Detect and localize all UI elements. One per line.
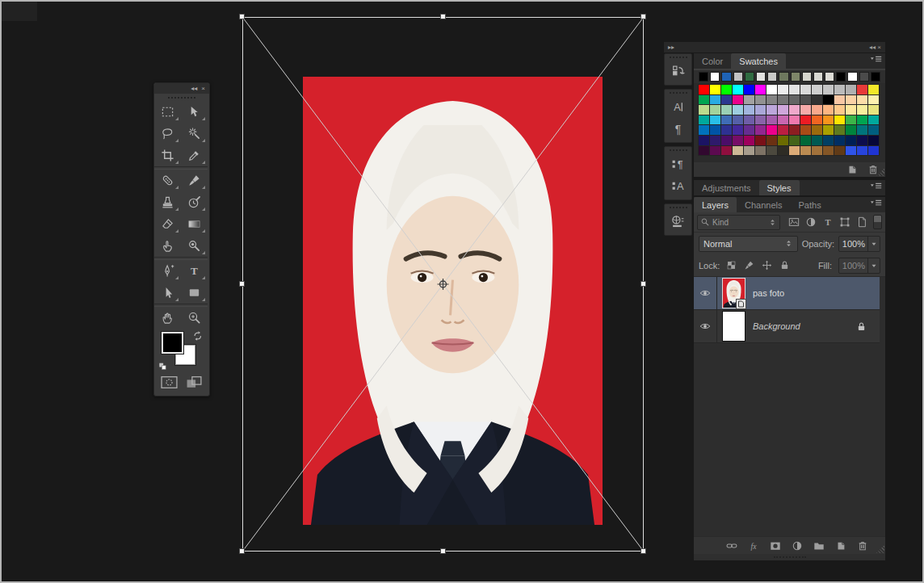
swatch[interactable] bbox=[733, 95, 743, 105]
recent-swatch[interactable] bbox=[710, 72, 720, 82]
history-panel-button[interactable] bbox=[665, 61, 691, 82]
path-selection-tool[interactable] bbox=[154, 282, 181, 304]
swatch[interactable] bbox=[710, 95, 720, 105]
layers-resize-grip[interactable] bbox=[876, 545, 884, 553]
character-panel-button[interactable] bbox=[665, 96, 691, 118]
swatch[interactable] bbox=[710, 136, 720, 145]
swatch[interactable] bbox=[733, 146, 743, 156]
fill-dropdown-icon[interactable] bbox=[867, 258, 880, 273]
eyedropper-tool[interactable] bbox=[181, 145, 208, 166]
swatch[interactable] bbox=[800, 85, 811, 94]
swap-colors-icon[interactable] bbox=[192, 330, 204, 342]
swatch[interactable] bbox=[778, 146, 788, 156]
swatch[interactable] bbox=[868, 125, 879, 135]
opacity-input[interactable]: 100% bbox=[838, 236, 880, 252]
tab-paths[interactable]: Paths bbox=[791, 197, 830, 212]
lock-all-button[interactable] bbox=[779, 260, 790, 271]
swatch[interactable] bbox=[778, 125, 788, 135]
3d-panel-button[interactable] bbox=[665, 211, 691, 233]
swatch[interactable] bbox=[699, 136, 709, 145]
swatch[interactable] bbox=[857, 125, 867, 135]
strip-grip[interactable] bbox=[670, 57, 687, 58]
swatch[interactable] bbox=[766, 125, 777, 135]
swatch[interactable] bbox=[744, 105, 754, 115]
recent-swatch[interactable] bbox=[756, 72, 766, 82]
swatch[interactable] bbox=[744, 136, 754, 145]
swatch[interactable] bbox=[766, 136, 777, 145]
rectangular-marquee-tool[interactable] bbox=[154, 101, 181, 123]
swatch[interactable] bbox=[789, 125, 800, 135]
lock-transparency-button[interactable] bbox=[726, 260, 737, 271]
swatch[interactable] bbox=[868, 95, 879, 105]
swatch[interactable] bbox=[721, 115, 732, 125]
gradient-tool[interactable] bbox=[181, 213, 208, 235]
layer-row[interactable]: pas foto bbox=[694, 277, 880, 310]
swatch[interactable] bbox=[789, 115, 800, 125]
recent-swatch[interactable] bbox=[825, 72, 834, 82]
fill-input[interactable]: 100% bbox=[838, 258, 880, 274]
tab-adjustments[interactable]: Adjustments bbox=[694, 180, 759, 195]
swatch[interactable] bbox=[778, 115, 788, 125]
swatch[interactable] bbox=[800, 95, 811, 105]
swatch[interactable] bbox=[733, 85, 743, 94]
swatch[interactable] bbox=[846, 105, 856, 115]
swatch[interactable] bbox=[823, 136, 834, 145]
smudge-tool[interactable] bbox=[154, 235, 181, 257]
recent-swatch[interactable] bbox=[779, 72, 788, 82]
swatch[interactable] bbox=[868, 146, 879, 156]
swatch[interactable] bbox=[744, 115, 754, 125]
recent-swatch[interactable] bbox=[847, 72, 857, 82]
layer-thumbnail[interactable] bbox=[723, 312, 745, 341]
swatch[interactable] bbox=[778, 85, 788, 94]
recent-swatch[interactable] bbox=[721, 72, 731, 82]
pixel-layer-filter-button[interactable] bbox=[785, 215, 802, 229]
swatch[interactable] bbox=[857, 136, 867, 145]
lock-pixels-button[interactable] bbox=[744, 260, 754, 271]
strip-grip[interactable] bbox=[670, 149, 687, 151]
lasso-tool[interactable] bbox=[154, 123, 181, 145]
layer-visibility-toggle[interactable] bbox=[694, 310, 717, 342]
layers-panel-menu-icon[interactable] bbox=[870, 199, 883, 207]
toolbox-collapse-icon[interactable]: ◂◂ bbox=[191, 85, 197, 92]
link-layers-button[interactable] bbox=[726, 540, 737, 552]
character-styles-panel-button[interactable] bbox=[665, 175, 691, 197]
swatch[interactable] bbox=[834, 105, 845, 115]
recent-swatch[interactable] bbox=[699, 72, 708, 82]
crop-tool[interactable] bbox=[154, 145, 181, 166]
recent-swatch[interactable] bbox=[733, 72, 743, 82]
recent-swatch[interactable] bbox=[871, 72, 880, 82]
layer-filter-toggle[interactable] bbox=[873, 215, 882, 229]
swatch[interactable] bbox=[857, 95, 867, 105]
swatch[interactable] bbox=[766, 146, 777, 156]
swatch[interactable] bbox=[846, 85, 856, 94]
new-layer-button[interactable] bbox=[835, 540, 846, 552]
adjustment-layer-button[interactable] bbox=[792, 540, 803, 552]
eraser-tool[interactable] bbox=[154, 213, 181, 235]
swatch[interactable] bbox=[846, 115, 856, 125]
layer-style-button[interactable] bbox=[748, 540, 759, 552]
foreground-color-chip[interactable] bbox=[162, 332, 183, 354]
recent-swatch[interactable] bbox=[836, 72, 846, 82]
swatch[interactable] bbox=[789, 105, 800, 115]
swatch[interactable] bbox=[699, 95, 709, 105]
swatch[interactable] bbox=[846, 136, 856, 145]
dock-collapse-icon[interactable]: ◂◂ bbox=[869, 44, 876, 51]
dock-expand-icon[interactable]: ▸▸ bbox=[668, 44, 674, 51]
tab-styles[interactable]: Styles bbox=[759, 180, 800, 195]
swatch[interactable] bbox=[721, 146, 732, 156]
swatch[interactable] bbox=[755, 125, 766, 135]
swatch[interactable] bbox=[823, 146, 834, 156]
swatch[interactable] bbox=[699, 85, 709, 94]
healing-brush-tool[interactable] bbox=[154, 170, 181, 191]
shape-tool[interactable] bbox=[181, 282, 208, 304]
pen-tool[interactable] bbox=[154, 260, 181, 282]
tab-layers[interactable]: Layers bbox=[694, 197, 737, 212]
dock-bottom-grip[interactable] bbox=[694, 554, 885, 560]
swatches-panel-menu-icon[interactable] bbox=[870, 56, 883, 63]
swatch[interactable] bbox=[778, 105, 788, 115]
recent-swatch[interactable] bbox=[791, 72, 800, 82]
swatch[interactable] bbox=[857, 85, 867, 94]
transform-handle-bottom-left[interactable] bbox=[239, 548, 245, 554]
swatch[interactable] bbox=[721, 136, 732, 145]
swatch[interactable] bbox=[823, 95, 834, 105]
